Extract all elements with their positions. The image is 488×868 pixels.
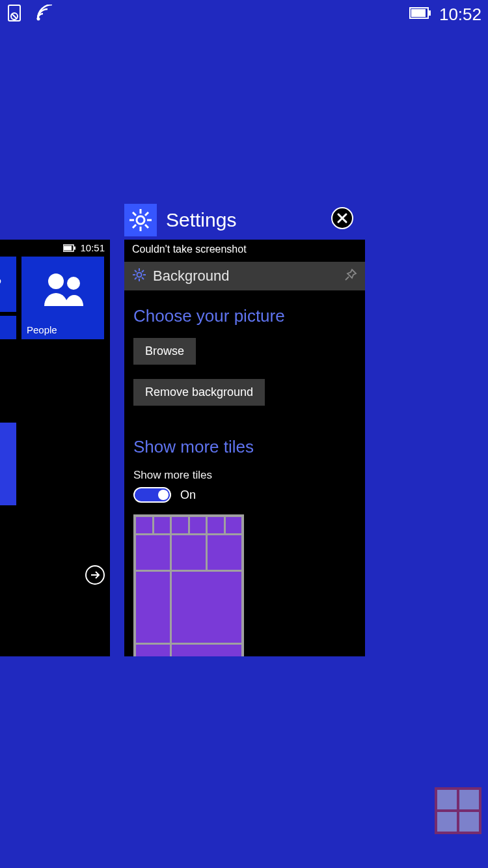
tile-internet-explorer [0, 257, 16, 312]
start-card-time: 10:51 [80, 242, 105, 253]
gear-icon [132, 268, 146, 285]
tile-blank [0, 423, 16, 505]
show-more-tiles-heading: Show more tiles [133, 437, 356, 457]
tile-people: People [21, 257, 104, 339]
svg-rect-5 [411, 9, 426, 17]
svg-line-30 [135, 270, 137, 272]
status-bar: 10:52 [0, 0, 488, 29]
task-card-body: Couldn't take screenshot Background Choo… [124, 240, 365, 656]
task-card-title: Settings [166, 209, 236, 231]
settings-app-icon [124, 204, 157, 236]
svg-line-23 [145, 212, 148, 216]
remove-background-button[interactable]: Remove background [133, 379, 265, 406]
svg-line-33 [135, 277, 137, 279]
svg-point-16 [137, 216, 144, 224]
ie-icon [0, 272, 2, 298]
start-card-statusbar: 10:51 [63, 242, 105, 253]
preview-tile-text: Aa [136, 645, 170, 656]
all-apps-arrow [85, 565, 105, 585]
settings-section-header[interactable]: Background [124, 262, 365, 290]
arrow-right-icon [90, 570, 100, 580]
svg-line-31 [142, 277, 144, 279]
task-card-start[interactable]: 10:51 People [0, 240, 110, 656]
close-task-button[interactable] [331, 207, 353, 229]
show-more-tiles-label: Show more tiles [133, 469, 356, 482]
close-icon [336, 212, 348, 224]
svg-point-15 [67, 277, 80, 290]
tile-layout-preview: Aa [133, 514, 244, 656]
toast-message: Couldn't take screenshot [124, 240, 365, 262]
svg-line-22 [145, 225, 148, 228]
svg-line-32 [142, 270, 144, 272]
watermark: windowsmania.pl [410, 777, 488, 868]
svg-point-14 [48, 273, 64, 289]
svg-point-25 [137, 273, 142, 277]
pin-icon[interactable] [344, 268, 357, 284]
svg-line-2 [12, 14, 17, 19]
rotation-lock-icon [7, 3, 23, 25]
choose-picture-heading: Choose your picture [133, 306, 356, 326]
svg-rect-6 [429, 10, 431, 16]
gear-icon [128, 208, 153, 232]
watermark-logo-icon [435, 787, 481, 834]
svg-point-11 [0, 276, 1, 292]
battery-icon [63, 244, 76, 252]
battery-icon [409, 7, 431, 22]
task-card-header: Settings [124, 201, 365, 240]
settings-section-title: Background [153, 268, 338, 285]
svg-rect-8 [64, 245, 72, 250]
people-icon [38, 270, 88, 307]
tile-store [0, 316, 16, 339]
task-switcher[interactable]: 10:51 People [0, 201, 365, 656]
svg-rect-9 [74, 246, 75, 249]
show-more-tiles-toggle[interactable] [133, 487, 171, 503]
svg-line-24 [133, 225, 136, 228]
wifi-icon [36, 5, 59, 24]
svg-line-21 [133, 212, 136, 216]
clock: 10:52 [439, 5, 481, 25]
task-card-settings[interactable]: Settings Couldn't take screenshot Backgr… [124, 201, 365, 656]
toggle-state-label: On [180, 488, 196, 502]
browse-button[interactable]: Browse [133, 338, 196, 365]
svg-point-3 [37, 18, 40, 21]
tile-people-label: People [27, 324, 57, 335]
